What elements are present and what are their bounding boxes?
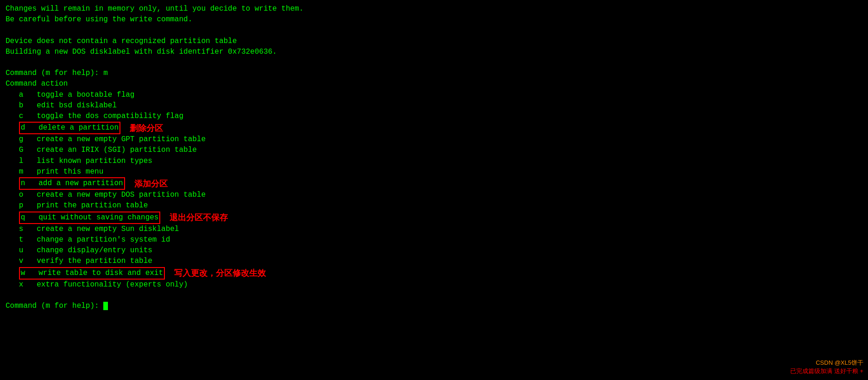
command-annotation: 删除分区: [130, 122, 163, 134]
terminal-line: b edit bsd disklabel: [6, 100, 862, 111]
terminal-line: v verify the partition table: [6, 256, 862, 267]
terminal-line: t change a partition's system id: [6, 235, 862, 245]
command-annotation: 添加分区: [134, 178, 168, 190]
terminal-output: Changes will remain in memory only, unti…: [6, 4, 862, 311]
highlighted-command: q quit without saving changes: [19, 212, 161, 224]
terminal-line: Device does not contain a recognized par…: [6, 36, 862, 47]
terminal-line: w write table to disk and exit写入更改，分区修改生…: [6, 267, 862, 280]
terminal-line: x extra functionality (experts only): [6, 280, 862, 290]
terminal-line: m print this menu: [6, 167, 862, 177]
terminal-line: l list known partition types: [6, 156, 862, 167]
terminal-line: Command (m for help):: [6, 301, 862, 311]
command-annotation: 写入更改，分区修改生效: [174, 267, 266, 279]
highlighted-command: w write table to disk and exit: [19, 267, 165, 280]
command-annotation: 退出分区不保存: [170, 212, 228, 224]
line-prefix: [6, 268, 19, 279]
line-prefix: [6, 178, 19, 189]
terminal-line: G create an IRIX (SGI) partition table: [6, 145, 862, 156]
terminal-line: d delete a partition删除分区: [6, 122, 862, 134]
terminal-line: c toggle the dos compatibility flag: [6, 111, 862, 122]
terminal-line: a toggle a bootable flag: [6, 90, 862, 100]
terminal-line: Command action: [6, 79, 862, 89]
terminal-line: Be careful before using the write comman…: [6, 14, 862, 25]
terminal-line: Building a new DOS disklabel with disk i…: [6, 47, 862, 57]
terminal-line: Changes will remain in memory only, unti…: [6, 4, 862, 14]
line-prefix: [6, 123, 19, 133]
terminal-line: u change display/entry units: [6, 245, 862, 256]
highlighted-command: n add a new partition: [19, 177, 125, 190]
terminal-line: g create a new empty GPT partition table: [6, 134, 862, 145]
blank-line: [6, 290, 862, 301]
terminal-line: Command (m for help): m: [6, 68, 862, 79]
terminal-line: n add a new partition添加分区: [6, 177, 862, 190]
terminal-line: q quit without saving changes退出分区不保存: [6, 212, 862, 224]
blank-line: [6, 57, 862, 68]
line-prefix: [6, 212, 19, 223]
blank-line: [6, 25, 862, 36]
cursor-block: [103, 302, 108, 310]
watermark: CSDN @XL5饼干 已完成篇级加满 送好干粮 +: [790, 359, 863, 375]
terminal-line: s create a new empty Sun disklabel: [6, 224, 862, 235]
terminal-line: p print the partition table: [6, 200, 862, 211]
highlighted-command: d delete a partition: [19, 122, 120, 134]
terminal-line: o create a new empty DOS partition table: [6, 190, 862, 200]
